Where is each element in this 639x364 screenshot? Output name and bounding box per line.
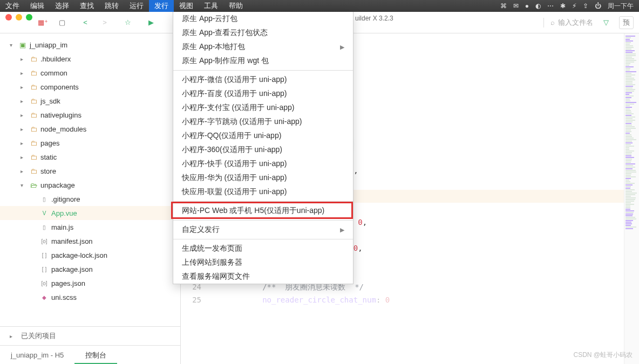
menu-查找[interactable]: 查找 — [74, 0, 99, 12]
file-.gitignore[interactable]: ▯.gitignore — [0, 192, 180, 206]
folder-pages[interactable]: ▸🗀pages — [0, 136, 180, 150]
menubar-status: ⌘✉●◐⋯ ✱⚡︎⇪⏻ 周一下午 — [500, 2, 639, 11]
folder-icon: 🗀 — [29, 111, 38, 119]
search-placeholder: 输入文件名 — [558, 18, 593, 28]
close-icon[interactable] — [5, 14, 12, 20]
file-App.vue[interactable]: VApp.vue — [0, 206, 180, 220]
file-main.js[interactable]: ▯main.js — [0, 220, 180, 234]
file-icon: ▯ — [39, 196, 49, 202]
menu-item[interactable]: 查看服务端网页文件 — [173, 270, 353, 284]
menu-item[interactable]: 快应用-华为 (仅适用于 uni-app) — [173, 171, 353, 185]
menu-文件[interactable]: 文件 — [0, 0, 25, 12]
menu-item[interactable]: 小程序-360(仅适用于 uni-app) — [173, 143, 353, 157]
file-pages.json[interactable]: [o]pages.json — [0, 276, 180, 290]
project-icon: ▣ — [18, 41, 28, 49]
menu-item[interactable]: 网站-PC Web 或手机 H5(仅适用于uni-app) — [173, 204, 353, 218]
bottom-tabs: j_uniapp_im - H5 控制台 — [0, 345, 180, 364]
menu-item[interactable]: 自定义发行▶ — [173, 223, 353, 237]
folder-common[interactable]: ▸🗀common — [0, 66, 180, 80]
minimap[interactable] — [624, 33, 639, 364]
menu-item[interactable]: 小程序-快手 (仅适用于 uni-app) — [173, 157, 353, 171]
file-icon: ▯ — [39, 224, 49, 230]
folder-components[interactable]: ▸🗀components — [0, 80, 180, 94]
menu-视图[interactable]: 视图 — [174, 0, 199, 12]
chevron-down-icon: ▾ — [10, 42, 16, 48]
watermark: CSDN @蛙哥小码农 — [573, 351, 633, 360]
chevron-down-icon: ▾ — [21, 182, 27, 188]
folder-static[interactable]: ▸🗀static — [0, 150, 180, 164]
chevron-right-icon: ▸ — [21, 98, 27, 104]
folder-icon: 🗀 — [29, 167, 38, 175]
file-icon: [ ] — [39, 266, 49, 272]
tab-console[interactable]: 控制台 — [74, 346, 117, 364]
folder-icon: 🗀 — [29, 139, 38, 147]
folder-unpackage[interactable]: ▾🗁unpackage — [0, 178, 180, 192]
folder-node_modules[interactable]: ▸🗀node_modules — [0, 122, 180, 136]
file-manifest.json[interactable]: [o]manifest.json — [0, 234, 180, 248]
project-root[interactable]: ▾ ▣ j_uniapp_im — [0, 38, 180, 52]
clock-label: 周一下午 — [608, 2, 634, 11]
menu-item[interactable]: 快应用-联盟 (仅适用于 uni-app) — [173, 185, 353, 199]
menu-item[interactable]: 生成统一发布页面 — [173, 242, 353, 256]
menu-item[interactable]: 小程序-QQ(仅适用于 uni-app) — [173, 129, 353, 143]
maximize-icon[interactable] — [26, 14, 32, 20]
save-icon[interactable]: ▢ — [57, 18, 67, 28]
menu-item[interactable]: 原生 App-制作应用 wgt 包 — [173, 54, 353, 68]
folder-nativeplugins[interactable]: ▸🗀nativeplugins — [0, 108, 180, 122]
run-icon[interactable]: ▶ — [146, 18, 156, 28]
closed-projects-section[interactable]: ▸ 已关闭项目 — [0, 326, 180, 345]
window-controls[interactable] — [5, 14, 32, 20]
chevron-right-icon: ▸ — [21, 140, 27, 146]
menu-工具[interactable]: 工具 — [199, 0, 223, 12]
file-icon: [o] — [39, 238, 49, 244]
folder-icon: 🗀 — [29, 55, 38, 63]
folder-store[interactable]: ▸🗀store — [0, 164, 180, 178]
submenu-arrow-icon: ▶ — [340, 44, 344, 51]
menu-item[interactable]: 小程序-百度 (仅适用于 uni-app) — [173, 87, 353, 101]
chevron-right-icon: ▸ — [21, 126, 27, 132]
menu-发行[interactable]: 发行 — [149, 0, 174, 12]
menu-item[interactable]: 原生 App-云打包 — [173, 12, 353, 26]
file-icon: ◆ — [39, 294, 49, 300]
star-icon[interactable]: ☆ — [123, 18, 133, 28]
menu-item[interactable]: 原生 App-查看云打包状态 — [173, 26, 353, 40]
forward-icon[interactable]: > — [100, 18, 110, 28]
file-icon: V — [39, 210, 49, 216]
file-icon: [o] — [39, 280, 49, 286]
folder-js_sdk[interactable]: ▸🗀js_sdk — [0, 94, 180, 108]
minimize-icon[interactable] — [16, 14, 22, 20]
menu-item[interactable]: 原生 App-本地打包▶ — [173, 40, 353, 54]
menu-item[interactable]: 小程序-微信 (仅适用于 uni-app) — [173, 73, 353, 87]
file-package-lock.json[interactable]: [ ]package-lock.json — [0, 248, 180, 262]
menu-item[interactable]: 小程序-支付宝 (仅适用于 uni-app) — [173, 101, 353, 115]
back-icon[interactable]: < — [80, 18, 90, 28]
folder-icon: 🗀 — [29, 97, 38, 105]
filter-icon[interactable]: ▽ — [601, 18, 611, 28]
chevron-right-icon: ▸ — [10, 333, 16, 339]
tab-project[interactable]: j_uniapp_im - H5 — [0, 346, 74, 364]
menu-帮助[interactable]: 帮助 — [223, 0, 248, 12]
file-uni.scss[interactable]: ◆uni.scss — [0, 290, 180, 304]
menubar: 文件编辑选择查找跳转运行发行视图工具帮助 ⌘✉●◐⋯ ✱⚡︎⇪⏻ 周一下午 — [0, 0, 639, 12]
menu-选择[interactable]: 选择 — [50, 0, 74, 12]
submenu-arrow-icon: ▶ — [340, 226, 344, 233]
preview-button[interactable]: 预 — [619, 16, 634, 29]
chevron-right-icon: ▸ — [21, 112, 27, 118]
menu-编辑[interactable]: 编辑 — [25, 0, 50, 12]
project-sidebar: ▾ ▣ j_uniapp_im ▸🗀.hbuilderx▸🗀common▸🗀co… — [0, 33, 181, 364]
file-package.json[interactable]: [ ]package.json — [0, 262, 180, 276]
folder-.hbuilderx[interactable]: ▸🗀.hbuilderx — [0, 52, 180, 66]
menu-运行[interactable]: 运行 — [124, 0, 149, 12]
file-icon: [ ] — [39, 252, 49, 258]
chevron-right-icon: ▸ — [21, 56, 27, 62]
search-icon: ⌕ — [550, 18, 555, 26]
new-file-icon[interactable]: ▦⁺ — [38, 18, 47, 28]
chevron-right-icon: ▸ — [21, 84, 27, 90]
file-search[interactable]: ⌕ 输入文件名 — [543, 18, 593, 28]
chevron-right-icon: ▸ — [21, 154, 27, 160]
menu-item[interactable]: 小程序-字节跳动 (仅适用于 uni-app) — [173, 115, 353, 129]
file-tree[interactable]: ▾ ▣ j_uniapp_im ▸🗀.hbuilderx▸🗀common▸🗀co… — [0, 38, 180, 326]
menu-item[interactable]: 上传网站到服务器 — [173, 256, 353, 270]
menu-跳转[interactable]: 跳转 — [99, 0, 124, 12]
publish-menu[interactable]: 原生 App-云打包原生 App-查看云打包状态原生 App-本地打包▶原生 A… — [173, 12, 354, 284]
